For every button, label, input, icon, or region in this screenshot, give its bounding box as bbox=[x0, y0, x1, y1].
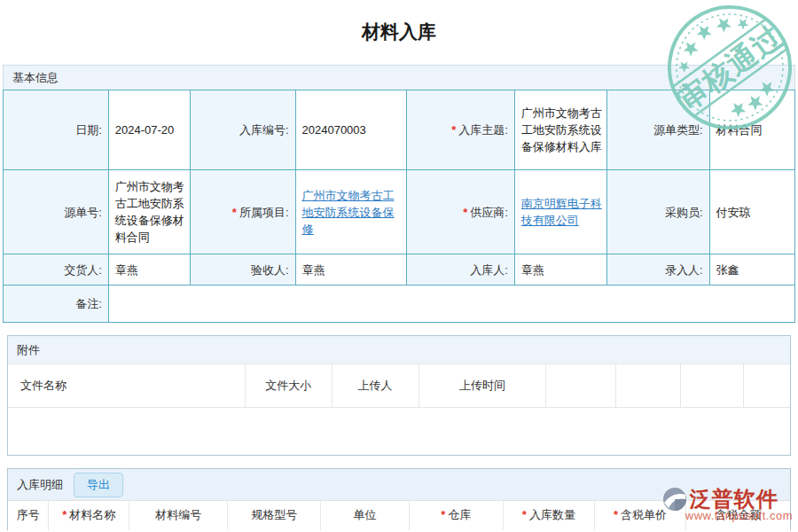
required-asterisk: * bbox=[522, 508, 527, 521]
project-link[interactable]: 广州市文物考古工地安防系统设备保修 bbox=[302, 189, 395, 236]
source-type-value: 材料合同 bbox=[709, 90, 795, 170]
export-button[interactable]: 导出 bbox=[74, 473, 123, 497]
attach-col-uploader: 上传人 bbox=[332, 364, 419, 408]
page-title: 材料入库 bbox=[0, 20, 798, 42]
required-asterisk: * bbox=[232, 206, 237, 219]
detail-col-amount: 含税金额 bbox=[686, 501, 790, 530]
inbound-detail-section: 入库明细 导出 序号 *材料名称 材料编号 规格型号 单位 *仓库 *入库数量 … bbox=[7, 468, 791, 530]
warehouser-value: 章燕 bbox=[514, 254, 606, 286]
detail-col-material-no: 材料编号 bbox=[129, 501, 228, 530]
detail-col-unit: 单位 bbox=[321, 501, 410, 530]
date-label: 日期: bbox=[4, 90, 109, 170]
deliverer-label: 交货人: bbox=[4, 254, 109, 286]
attach-col-empty bbox=[615, 364, 680, 408]
subject-value: 广州市文物考古工地安防系统设备保修材料入库 bbox=[514, 90, 606, 170]
project-value: 广州市文物考古工地安防系统设备保修 bbox=[295, 170, 407, 254]
attach-col-filename: 文件名称 bbox=[8, 364, 245, 408]
basic-info-header: 基本信息 bbox=[3, 65, 795, 90]
date-value: 2024-07-20 bbox=[108, 90, 190, 170]
buyer-value: 付安琼 bbox=[709, 170, 795, 254]
entry-no-label: 入库编号: bbox=[190, 90, 295, 170]
basic-info-table: 日期: 2024-07-20 入库编号: 2024070003 *入库主题: 广… bbox=[3, 90, 795, 323]
inspector-value: 章燕 bbox=[295, 254, 407, 286]
inbound-detail-header: 入库明细 导出 bbox=[8, 469, 790, 500]
recorder-value: 张鑫 bbox=[709, 254, 795, 286]
required-asterisk: * bbox=[451, 123, 456, 137]
deliverer-value: 章燕 bbox=[108, 254, 190, 286]
detail-col-unit-price: *含税单价 bbox=[594, 501, 685, 530]
supplier-link[interactable]: 南京明辉电子科技有限公司 bbox=[521, 197, 602, 227]
inbound-detail-table: 序号 *材料名称 材料编号 规格型号 单位 *仓库 *入库数量 *含税单价 含税… bbox=[8, 500, 790, 530]
required-asterisk: * bbox=[614, 508, 618, 521]
project-label: *所属项目: bbox=[190, 170, 295, 254]
attach-col-empty bbox=[744, 364, 790, 408]
basic-info-section: 基本信息 日期: 2024-07-20 入库编号: 2024070003 *入库… bbox=[3, 65, 795, 323]
remark-value bbox=[108, 286, 794, 323]
buyer-label: 采购员: bbox=[607, 170, 709, 254]
detail-col-seq: 序号 bbox=[8, 501, 49, 530]
supplier-value: 南京明辉电子科技有限公司 bbox=[514, 170, 606, 254]
detail-col-qty: *入库数量 bbox=[503, 501, 594, 530]
attachments-table: 文件名称 文件大小 上传人 上传时间 bbox=[8, 364, 790, 408]
detail-col-warehouse: *仓库 bbox=[409, 501, 503, 530]
remark-label: 备注: bbox=[4, 286, 109, 323]
source-no-value: 广州市文物考古工地安防系统设备保修材料合同 bbox=[108, 170, 190, 254]
entry-no-value: 2024070003 bbox=[295, 90, 407, 170]
required-asterisk: * bbox=[62, 508, 66, 521]
required-asterisk: * bbox=[441, 508, 445, 521]
attachments-section: 附件 文件名称 文件大小 上传人 上传时间 bbox=[7, 335, 791, 456]
supplier-label: *供应商: bbox=[407, 170, 514, 254]
source-type-label: 源单类型: bbox=[607, 90, 709, 170]
attach-col-filesize: 文件大小 bbox=[245, 364, 332, 408]
attach-col-uploadtime: 上传时间 bbox=[419, 364, 546, 408]
attachments-empty-area bbox=[8, 408, 790, 455]
recorder-label: 录入人: bbox=[607, 254, 709, 286]
required-asterisk: * bbox=[463, 206, 467, 219]
warehouser-label: 入库人: bbox=[407, 254, 514, 286]
attach-col-empty bbox=[546, 364, 615, 408]
inspector-label: 验收人: bbox=[190, 254, 295, 286]
attach-col-empty bbox=[680, 364, 743, 408]
source-no-label: 源单号: bbox=[4, 170, 109, 254]
detail-col-spec: 规格型号 bbox=[228, 501, 321, 530]
detail-col-material-name: *材料名称 bbox=[49, 501, 129, 530]
subject-label: *入库主题: bbox=[407, 90, 514, 170]
attachments-header: 附件 bbox=[8, 336, 790, 364]
inbound-detail-title: 入库明细 bbox=[17, 477, 63, 493]
